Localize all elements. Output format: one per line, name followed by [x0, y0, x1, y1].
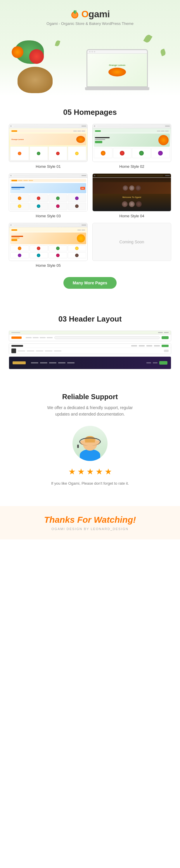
- dark-nav-2: [40, 362, 47, 364]
- thumb-inner-02: [93, 124, 171, 162]
- coming-soon-text: Coming Soon: [119, 240, 144, 244]
- nav-item-1: [26, 337, 32, 338]
- thumb-inner-05: [9, 223, 87, 260]
- homepage-grid-row3: Home Style 05 Coming Soon: [9, 223, 171, 268]
- header-layout-section: 03 Header Layout: [0, 303, 180, 381]
- header2-top-bar: [9, 344, 171, 348]
- support-description: We offer a dedicated & friendly support,…: [40, 404, 140, 417]
- star-1: ★: [68, 467, 76, 476]
- home-style-03-thumb: $12: [9, 174, 88, 211]
- nav-circle-5: [10, 224, 12, 226]
- dark-icon-1: [146, 362, 151, 364]
- laptop-base: [85, 87, 149, 90]
- thumb-bar-04: [93, 174, 171, 178]
- nav-url-05: [13, 224, 80, 226]
- tagline: Ogami - Organic Store & Bakery WordPress…: [6, 21, 174, 26]
- thanks-title: Thanks For Watching!: [6, 515, 174, 525]
- product-mini-3: [48, 147, 67, 160]
- home01-products: [10, 147, 86, 160]
- home04-welcome-text: Welcome To Ogami: [122, 196, 141, 198]
- top-bar-icon-2: [164, 332, 169, 333]
- dark-nav-1: [31, 362, 38, 364]
- header2-top-item-4: [154, 345, 160, 346]
- header-layout-3: [9, 356, 171, 369]
- home01-banner-text: Orange Lemon: [11, 138, 24, 140]
- nav-circle-4: [94, 175, 95, 176]
- header2-top-item-3: [146, 345, 152, 346]
- laptop-screen: Orange Lemon: [86, 49, 148, 87]
- header2-top-item-1: [131, 345, 137, 346]
- nav-dot-3: [29, 180, 33, 181]
- leaf-decoration-1: [143, 34, 152, 43]
- header1-top-bar: [9, 331, 171, 335]
- nav-circle-2: [94, 125, 95, 127]
- thumb-bar-03: [9, 174, 87, 178]
- thumb-bar-01: [9, 124, 87, 128]
- header1-nav: [26, 337, 52, 338]
- screen-top-bar: [87, 50, 147, 54]
- rate-text: If you like Ogami, Please don't forget t…: [9, 481, 171, 486]
- nav-item-2: [33, 337, 39, 338]
- home-style-04-item: Welcome To Ogami Home Style 04: [92, 174, 171, 218]
- avatar-person: [80, 436, 100, 461]
- leaf-decoration-2: [160, 49, 167, 56]
- homepages-section: 05 Homepages: [0, 96, 180, 303]
- hero-section: Ogami Ogami - Organic Store & Bakery Wor…: [0, 0, 180, 96]
- support-title: Reliable Support: [9, 393, 171, 401]
- header2-nav-2: [27, 350, 34, 351]
- nav-icon-01: [81, 126, 86, 126]
- many-more-pages-button[interactable]: Many More Pages: [63, 277, 117, 289]
- header1-main-bar: [9, 335, 171, 341]
- header2-nav-1: [18, 350, 25, 351]
- avatar-headset: [79, 437, 101, 446]
- nav-item-4: [47, 337, 52, 338]
- thumb-content-02: [93, 128, 171, 162]
- star-4: ★: [96, 467, 103, 476]
- thumb-content-01: Orange Lemon: [9, 128, 87, 162]
- product-mini-4: [68, 147, 86, 160]
- screen-dot-3: [94, 51, 95, 53]
- home01-banner: Orange Lemon: [10, 133, 86, 145]
- nav-circle-1: [10, 125, 12, 127]
- home02-banner: [94, 133, 170, 147]
- header-layout-title: 03 Header Layout: [9, 314, 171, 323]
- star-5: ★: [105, 467, 112, 476]
- nav-item-3: [40, 337, 45, 338]
- header1-search: [55, 336, 160, 339]
- star-3: ★: [86, 467, 94, 476]
- home-05-label: Home Style 05: [9, 263, 88, 268]
- top-bar-text-1: [11, 332, 20, 333]
- product-mini-2: [30, 147, 48, 160]
- header2-cart: [161, 345, 169, 347]
- home-style-04-thumb: Welcome To Ogami: [92, 174, 171, 211]
- dark-nav-3: [49, 362, 57, 364]
- homepage-grid-row1: Orange Lemon Home Style 01: [9, 124, 171, 169]
- thumb-inner-04: Welcome To Ogami: [93, 174, 171, 211]
- homepage-grid-row2: $12: [9, 174, 171, 218]
- orange-veggie: [12, 46, 23, 58]
- home-02-label: Home Style 02: [92, 164, 171, 169]
- home-style-02-thumb: [92, 124, 171, 162]
- home-04-label: Home Style 04: [92, 214, 171, 218]
- nav-icon-04: [165, 175, 170, 176]
- header2-nav-3: [36, 350, 43, 351]
- hero-image: Orange Lemon: [6, 32, 174, 96]
- header2-nav-5: [54, 350, 61, 351]
- nav-icon-02: [165, 126, 170, 126]
- thumb-bar-02: [93, 124, 171, 128]
- nav-url-04: [97, 175, 163, 177]
- screen-content: Orange Lemon: [87, 54, 147, 86]
- nav-circle-3: [10, 175, 12, 176]
- home-style-05-item: Home Style 05: [9, 223, 88, 268]
- home-style-01-item: Orange Lemon Home Style 01: [9, 124, 88, 169]
- header2-logo: [11, 345, 23, 347]
- top-bar-icon-1: [158, 332, 163, 333]
- basket: [17, 67, 52, 93]
- avatar-head: [83, 436, 97, 451]
- thumb-content-03: $12: [9, 178, 87, 211]
- coming-soon-thumb: Coming Soon: [92, 223, 171, 261]
- home05-honey: [77, 234, 85, 243]
- header-layout-1: [9, 331, 171, 341]
- logo-text: Ogami: [81, 9, 110, 20]
- home-01-label: Home Style 01: [9, 164, 88, 169]
